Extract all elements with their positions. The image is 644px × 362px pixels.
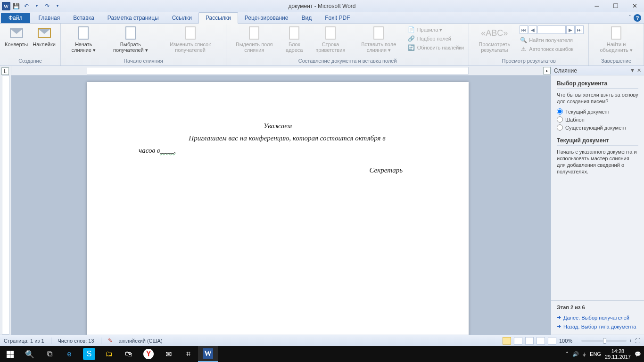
tp-option-template[interactable]: Шаблон (557, 115, 638, 123)
tp-option-current-doc[interactable]: Текущий документ (557, 107, 638, 115)
zoom-thumb[interactable] (603, 338, 606, 344)
window-title: документ - Microsoft Word (288, 3, 355, 9)
tab-file[interactable]: Файл (1, 13, 30, 23)
taskpane-dropdown-icon[interactable]: ▼ (630, 67, 635, 74)
status-words[interactable]: Число слов: 13 (58, 338, 94, 344)
address-block-label: Блок адреса (282, 41, 306, 53)
doc-line-1[interactable]: Уважаем (134, 120, 421, 132)
taskbar-calculator[interactable]: ⌗ (178, 346, 198, 362)
find-recipient-button: 🔍Найти получателя (518, 36, 586, 44)
maximize-button[interactable]: ☐ (606, 0, 625, 12)
record-number-input (537, 25, 566, 34)
taskbar-search[interactable]: 🔍 (20, 346, 40, 362)
windows-logo-icon (7, 351, 14, 358)
tab-mailings[interactable]: Рассылки (198, 12, 238, 24)
tab-review[interactable]: Рецензирование (238, 13, 295, 23)
finish-merge-label: Найти и объединить ▾ (594, 41, 639, 53)
ruler-vertical[interactable] (2, 75, 9, 335)
taskbar-store[interactable]: 🛍 (119, 346, 139, 362)
highlight-fields-icon (249, 26, 259, 40)
word-icon[interactable]: W (2, 2, 10, 10)
taskbar-skype[interactable]: S (83, 348, 95, 360)
close-button[interactable]: ✕ (625, 0, 644, 12)
zoom-in-button[interactable]: + (629, 338, 632, 344)
ruler-horizontal[interactable] (11, 66, 551, 75)
page[interactable]: Уважаем Приглашаем вас на конференцию, к… (87, 82, 469, 335)
labels-button[interactable]: Наклейки (31, 25, 58, 48)
taskpane-title: Слияние (554, 67, 577, 74)
view-draft[interactable] (548, 337, 556, 345)
view-full-screen[interactable] (514, 337, 522, 345)
select-recipients-button[interactable]: Выбрать получателей ▾ (105, 25, 157, 54)
insert-merge-field-icon (373, 26, 384, 40)
arrow-left-icon: ➜ (557, 323, 561, 329)
taskbar-yandex[interactable]: Y (139, 346, 158, 362)
zoom-out-button[interactable]: − (575, 338, 578, 344)
view-outline[interactable] (537, 337, 545, 345)
tray-chevron-icon[interactable]: ˄ (566, 351, 569, 357)
minimize-button[interactable]: ─ (587, 0, 606, 12)
zoom-fit-icon[interactable]: ⛶ (635, 338, 640, 344)
titlebar: W 💾 ↶ ▾ ↷ ▾ документ - Microsoft Word ─ … (0, 0, 644, 12)
taskbar-explorer[interactable]: 🗂 (99, 346, 119, 362)
page-content[interactable]: Уважаем Приглашаем вас на конференцию, к… (87, 82, 469, 214)
ribbon-group-finish: Найти и объединить ▾ Завершение (589, 24, 644, 66)
view-print-layout[interactable] (503, 337, 511, 345)
taskbar-word[interactable]: W (198, 346, 218, 362)
doc-line-2[interactable]: Приглашаем вас на конференцию, которая с… (134, 132, 421, 144)
workspace: L Уважаем Приглашаем вас на конференцию,… (0, 66, 644, 335)
preview-results-button: «ABC» Просмотреть результаты (472, 25, 517, 54)
rules-button: 📄Правила ▾ (406, 25, 466, 34)
doc-line-3[interactable]: часов в____. (134, 144, 421, 156)
status-page[interactable]: Страница: 1 из 1 (4, 338, 44, 344)
tab-references[interactable]: Ссылки (165, 13, 198, 23)
match-fields-icon: 🔗 (408, 35, 415, 42)
taskpane-launcher-icon[interactable]: ▸ (543, 67, 551, 74)
taskbar-taskview[interactable]: ⧉ (40, 346, 59, 362)
tp-option-existing-doc[interactable]: Существующий документ (557, 123, 638, 132)
taskbar-edge[interactable]: e (59, 346, 79, 362)
tab-foxit-pdf[interactable]: Foxit PDF (318, 13, 356, 23)
tray-language[interactable]: ENG (590, 351, 601, 357)
taskpane-close-icon[interactable]: ✕ (637, 67, 641, 74)
help-icon[interactable]: ? (634, 14, 641, 22)
zoom-slider[interactable] (581, 340, 627, 342)
tp-step: Этап 2 из 6 (557, 304, 638, 310)
left-margin: L (0, 66, 11, 335)
qat-undo-dropdown[interactable]: ▾ (32, 1, 41, 11)
status-zoom[interactable]: 100% (559, 338, 572, 344)
start-button[interactable] (0, 346, 20, 362)
document-area[interactable]: Уважаем Приглашаем вас на конференцию, к… (11, 75, 551, 335)
start-merge-button[interactable]: Начать слияние ▾ (64, 25, 104, 54)
tray-clock[interactable]: 14:28 29.11.2017 (605, 348, 631, 360)
update-labels-icon: 🔄 (408, 44, 415, 51)
tab-insert[interactable]: Вставка (66, 13, 101, 23)
auto-check-button: ⚠Автопоиск ошибок (518, 45, 586, 53)
status-proofing-icon[interactable]: ✎ (108, 337, 112, 344)
qat-customize[interactable]: ▾ (53, 1, 62, 11)
tp-back-link[interactable]: ➜Назад. Выбор типа документа (557, 322, 638, 331)
tab-view[interactable]: Вид (295, 13, 318, 23)
ribbon: Конверты Наклейки Создание Начать слияни… (0, 24, 644, 66)
envelopes-label: Конверты (5, 41, 28, 47)
tray-volume-icon[interactable]: 🔊 (572, 351, 579, 357)
taskpane-footer: Этап 2 из 6 ➜Далее. Выбор получателей ➜Н… (551, 300, 644, 335)
ribbon-group-create: Конверты Наклейки Создание (0, 24, 61, 66)
prev-record-button: ◀ (528, 25, 537, 34)
doc-line-4[interactable]: Секретарь (134, 164, 421, 176)
tp-next-link[interactable]: ➜Далее. Выбор получателей (557, 313, 638, 322)
ribbon-minimize-icon[interactable]: ˆ (629, 15, 631, 21)
tray-network-icon[interactable]: ⏚ (583, 351, 586, 357)
taskbar-mail[interactable]: ✉ (158, 346, 178, 362)
tray-action-center-icon[interactable]: 💬 (635, 351, 641, 357)
view-web-layout[interactable] (525, 337, 534, 345)
tab-home[interactable]: Главная (32, 13, 67, 23)
status-language[interactable]: английский (США) (119, 338, 163, 344)
qat-save[interactable]: 💾 (11, 1, 21, 11)
qat-redo[interactable]: ↷ (42, 1, 52, 11)
tp-description: Начать с указанного документа и использо… (557, 148, 638, 175)
qat-undo[interactable]: ↶ (22, 1, 31, 11)
tab-selector[interactable]: L (1, 67, 9, 75)
tab-page-layout[interactable]: Разметка страницы (101, 13, 165, 23)
envelopes-button[interactable]: Конверты (3, 25, 30, 48)
